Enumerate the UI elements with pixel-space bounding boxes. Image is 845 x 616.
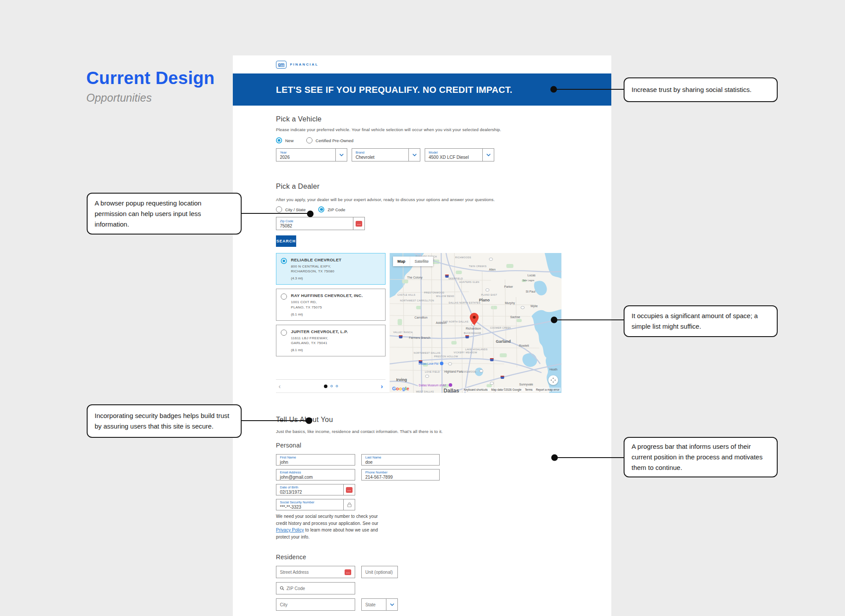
- map-type-satellite-button[interactable]: Satellite: [410, 257, 433, 266]
- model-value: 4500 XD LCF Diesel: [429, 155, 479, 160]
- chevron-down-icon[interactable]: [408, 149, 420, 161]
- last-name-value: doe: [365, 460, 436, 465]
- dealer-radio[interactable]: [281, 330, 287, 336]
- last-name-field[interactable]: Last Name doe: [361, 454, 440, 466]
- svg-text:St Paul: St Paul: [526, 290, 536, 293]
- airport-icon: [440, 362, 444, 365]
- radio-zip-code[interactable]: [318, 206, 324, 213]
- page-dot-active[interactable]: [324, 385, 327, 388]
- svg-text:Wylie: Wylie: [530, 304, 538, 308]
- map-pan-control[interactable]: [548, 375, 558, 385]
- gm-logo-icon[interactable]: gm: [276, 61, 287, 69]
- chevron-down-icon[interactable]: [386, 599, 397, 610]
- dealer-card-jupiter[interactable]: JUPITER CHEVROLET, L.P. 11611 LBJ FREEWA…: [276, 325, 386, 356]
- zip-code-input[interactable]: Zip Code 75082 …: [276, 217, 365, 230]
- search-icon: [280, 586, 284, 590]
- terms-link[interactable]: Terms: [525, 388, 533, 391]
- brand-select[interactable]: Brand Chevrolet: [352, 148, 420, 161]
- pick-vehicle-description: Please indicate your preferred vehicle. …: [276, 127, 562, 132]
- svg-text:FAR NORTH DALLAS: FAR NORTH DALLAS: [443, 320, 469, 323]
- connector-line: [241, 213, 311, 214]
- about-you-heading: Tell Us About You: [276, 416, 562, 424]
- phone-field[interactable]: Phone Number 214-567-7899: [361, 469, 440, 480]
- radio-city-state-label[interactable]: City / State: [285, 207, 305, 212]
- radio-city-state[interactable]: [276, 206, 282, 213]
- email-field[interactable]: Email Address john@gmail.com: [276, 469, 355, 480]
- ssn-note: We need your social security number to c…: [276, 513, 384, 540]
- page-dot[interactable]: [336, 385, 338, 387]
- svg-text:LOVE FIELD: LOVE FIELD: [425, 370, 440, 373]
- broken-image-icon: …: [345, 569, 351, 575]
- first-name-field[interactable]: First Name john: [276, 454, 355, 466]
- year-select[interactable]: Year 2026: [276, 148, 347, 161]
- chevron-left-icon[interactable]: ‹: [279, 383, 281, 390]
- svg-text:RICHWOODS: RICHWOODS: [455, 256, 471, 259]
- radio-new-label[interactable]: New: [285, 138, 294, 143]
- ssn-label: Social Security Number: [280, 500, 340, 504]
- chevron-down-icon[interactable]: [335, 149, 347, 161]
- design-review-title-block: Current Design Opportunities: [86, 68, 215, 104]
- page-dot[interactable]: [331, 385, 333, 387]
- map-type-map-button[interactable]: Map: [393, 257, 410, 266]
- dealer-card-reliable[interactable]: RELIABLE CHEVROLET 800 N CENTRAL EXPY, R…: [276, 253, 386, 285]
- privacy-policy-link[interactable]: Privacy Policy: [276, 528, 304, 532]
- svg-text:Dallas: Dallas: [444, 388, 459, 393]
- dealer-address-line2: RICHARDSON, TX 75080: [291, 269, 334, 273]
- radio-new[interactable]: [276, 137, 282, 143]
- search-button[interactable]: SEARCH: [276, 235, 296, 247]
- radio-zip-code-label[interactable]: ZIP Code: [327, 207, 345, 212]
- svg-text:Plano: Plano: [479, 298, 490, 302]
- ssn-field[interactable]: Social Security Number ***-**-3323: [276, 499, 355, 510]
- svg-text:Sachse: Sachse: [510, 315, 520, 319]
- pick-vehicle-heading: Pick a Vehicle: [276, 115, 562, 123]
- annotation-text: Increase trust by sharing social statist…: [632, 84, 752, 95]
- state-select[interactable]: State: [361, 598, 398, 611]
- email-label: Email Address: [280, 470, 351, 474]
- residence-zip-field[interactable]: ZIP Code: [276, 582, 355, 594]
- phone-label: Phone Number: [365, 470, 436, 474]
- dealer-card-ray-huffines[interactable]: RAY HUFFINES CHEVROLET, INC. 1001 COIT R…: [276, 289, 386, 320]
- gm-financial-mockup: gm FINANCIAL LET'S SEE IF YOU PREQUALIFY…: [233, 55, 611, 616]
- dealer-name: JUPITER CHEVROLET, L.P.: [291, 329, 348, 334]
- svg-text:CASTLE HILLS: CASTLE HILLS: [397, 293, 415, 296]
- connector-line: [241, 420, 309, 421]
- dealer-radio-selected[interactable]: [281, 258, 287, 264]
- dealer-distance: (6.1 mi): [291, 312, 363, 316]
- radio-certified-preowned[interactable]: [306, 137, 312, 143]
- dealer-address-line1: 1001 COIT RD,: [291, 300, 317, 304]
- svg-text:VALLEY RANCH: VALLEY RANCH: [393, 331, 413, 334]
- map-attribution: Keyboard shortcuts Map data ©2026 Google…: [463, 388, 561, 392]
- report-map-error-link[interactable]: Report a map error: [536, 388, 559, 391]
- keyboard-shortcuts-link[interactable]: Keyboard shortcuts: [464, 388, 488, 391]
- map-data-label: Map data ©2026 Google: [491, 388, 522, 391]
- chevron-right-icon[interactable]: ›: [381, 383, 383, 390]
- email-value: john@gmail.com: [280, 475, 351, 480]
- google-map[interactable]: PHILLIPS RANCH RICHWOODS TWIN CREEKS DEE…: [389, 253, 562, 393]
- zip-code-value: 75082: [280, 224, 349, 228]
- city-field[interactable]: City: [276, 598, 355, 611]
- connector-line: [555, 457, 624, 458]
- radio-certified-preowned-label[interactable]: Certified Pre-Owned: [316, 138, 353, 143]
- vehicle-select-row: Year 2026 Brand Chevrolet Model: [276, 148, 562, 161]
- personal-form: First Name john Last Name doe Email Addr…: [276, 454, 562, 510]
- dob-field[interactable]: Date of Birth 02/13/1972 …: [276, 484, 355, 495]
- chevron-down-icon[interactable]: [482, 149, 494, 161]
- pagination-dots: [324, 385, 338, 388]
- dealer-name: RAY HUFFINES CHEVROLET, INC.: [291, 293, 363, 298]
- svg-text:The Colony: The Colony: [407, 276, 422, 279]
- pick-dealer-heading: Pick a Dealer: [276, 183, 562, 191]
- svg-text:Farmers Branch: Farmers Branch: [409, 336, 430, 339]
- first-name-value: john: [280, 460, 351, 465]
- google-logo[interactable]: Google: [392, 386, 409, 391]
- svg-text:PLANO EAST: PLANO EAST: [481, 293, 497, 296]
- svg-text:WILLOW BEND: WILLOW BEND: [436, 295, 454, 297]
- unit-field[interactable]: Unit (optional): [361, 566, 398, 578]
- brand-label: Brand: [356, 150, 405, 154]
- model-select[interactable]: Model 4500 XD LCF Diesel: [425, 148, 494, 161]
- dealer-radio[interactable]: [281, 293, 287, 300]
- street-address-field[interactable]: Street Address …: [276, 566, 355, 578]
- svg-text:Dallas Museum of Art: Dallas Museum of Art: [419, 384, 446, 387]
- dealer-address: 800 N CENTRAL EXPY, RICHARDSON, TX 75080: [291, 264, 342, 274]
- about-you-description: Just the basics, like income, residence …: [276, 429, 562, 434]
- svg-text:BUCKINGHAM: BUCKINGHAM: [464, 332, 481, 334]
